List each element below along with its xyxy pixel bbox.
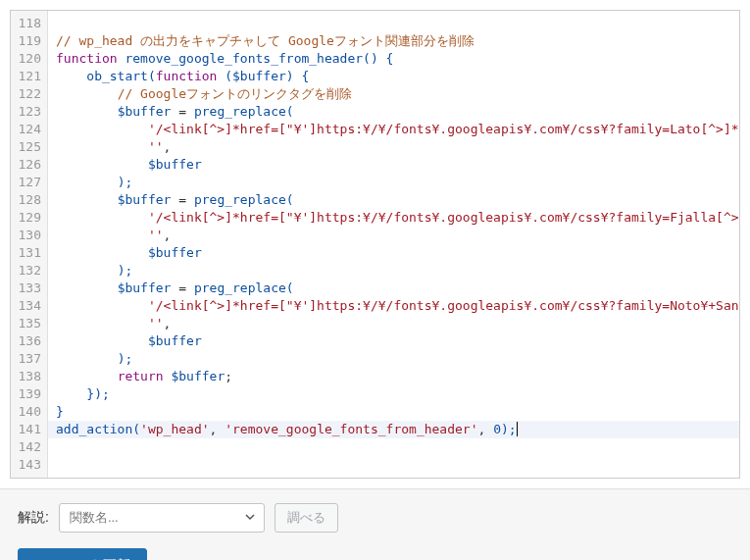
lookup-label: 解説: — [18, 509, 49, 527]
line-number: 122 — [11, 85, 47, 103]
code-line[interactable]: '', — [48, 138, 739, 156]
line-number: 134 — [11, 297, 47, 315]
code-line[interactable]: // Googleフォントのリンクタグを削除 — [48, 85, 739, 103]
line-number: 128 — [11, 191, 47, 209]
line-number: 135 — [11, 315, 47, 332]
code-line[interactable]: $buffer — [48, 156, 739, 174]
line-number: 137 — [11, 350, 47, 368]
code-line[interactable]: return $buffer; — [48, 368, 739, 385]
line-number: 139 — [11, 385, 47, 403]
line-number: 136 — [11, 332, 47, 350]
line-number: 124 — [11, 121, 47, 138]
code-lines[interactable]: // wp_head の出力をキャプチャして Googleフォント関連部分を削除… — [48, 11, 739, 478]
lookup-button[interactable]: 調べる — [275, 503, 338, 533]
code-line[interactable]: '/<link[^>]*href=["¥']https:¥/¥/fonts¥.g… — [48, 209, 739, 227]
line-number: 119 — [11, 32, 47, 50]
line-number: 141 — [11, 421, 47, 438]
code-line[interactable]: // wp_head の出力をキャプチャして Googleフォント関連部分を削除 — [48, 32, 739, 50]
code-line[interactable]: ); — [48, 262, 739, 280]
code-line[interactable]: '/<link[^>]*href=["¥']https:¥/¥/fonts¥.g… — [48, 297, 739, 315]
code-area: 1181191201211221231241251261271281291301… — [11, 11, 739, 478]
line-number: 129 — [11, 209, 47, 227]
function-select[interactable]: 関数名... — [59, 503, 265, 533]
code-line[interactable] — [48, 15, 739, 32]
code-line[interactable]: '', — [48, 315, 739, 332]
code-line[interactable]: $buffer — [48, 244, 739, 262]
code-line[interactable]: ob_start(function ($buffer) { — [48, 68, 739, 85]
line-number: 133 — [11, 280, 47, 297]
line-number: 132 — [11, 262, 47, 280]
code-line[interactable]: $buffer = preg_replace( — [48, 191, 739, 209]
code-line[interactable]: add_action('wp_head', 'remove_google_fon… — [48, 421, 739, 438]
code-line[interactable]: }); — [48, 385, 739, 403]
code-line[interactable]: $buffer — [48, 332, 739, 350]
code-line[interactable]: $buffer = preg_replace( — [48, 103, 739, 121]
line-number: 140 — [11, 403, 47, 421]
bottom-panel: 解説: 関数名... 調べる ファイルを更新 — [0, 488, 750, 560]
lookup-row: 解説: 関数名... 調べる — [18, 503, 732, 533]
editor-container: 1181191201211221231241251261271281291301… — [10, 10, 740, 479]
code-line[interactable]: ); — [48, 174, 739, 191]
chevron-down-icon — [244, 510, 256, 526]
line-number: 121 — [11, 68, 47, 85]
code-line[interactable]: '', — [48, 227, 739, 244]
code-line[interactable]: function remove_google_fonts_from_header… — [48, 50, 739, 68]
line-number: 118 — [11, 15, 47, 32]
line-gutter: 1181191201211221231241251261271281291301… — [11, 11, 48, 478]
line-number: 138 — [11, 368, 47, 385]
line-number: 123 — [11, 103, 47, 121]
line-number: 120 — [11, 50, 47, 68]
code-line[interactable]: $buffer = preg_replace( — [48, 280, 739, 297]
text-cursor — [517, 422, 518, 436]
select-placeholder: 関数名... — [70, 509, 119, 527]
line-number: 130 — [11, 227, 47, 244]
line-number: 142 — [11, 438, 47, 456]
code-line[interactable]: '/<link[^>]*href=["¥']https:¥/¥/fonts¥.g… — [48, 121, 739, 138]
line-number: 126 — [11, 156, 47, 174]
line-number: 131 — [11, 244, 47, 262]
code-line[interactable]: ); — [48, 350, 739, 368]
update-file-button[interactable]: ファイルを更新 — [18, 548, 147, 560]
line-number: 143 — [11, 456, 47, 474]
line-number: 127 — [11, 174, 47, 191]
line-number: 125 — [11, 138, 47, 156]
code-line[interactable]: } — [48, 403, 739, 421]
